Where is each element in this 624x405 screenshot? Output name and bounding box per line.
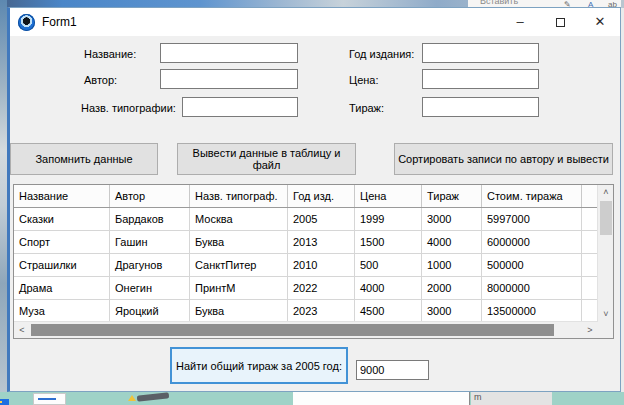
table-cell[interactable]: 1500 <box>355 231 422 254</box>
table-cell[interactable] <box>582 300 597 323</box>
total-circulation-field[interactable] <box>356 360 429 380</box>
author-field[interactable] <box>160 69 298 89</box>
table-row[interactable]: СпортГашинБуква2013150040006000000 <box>14 231 613 254</box>
vertical-scroll-thumb[interactable] <box>600 201 612 235</box>
scroll-down-icon[interactable]: ˅ <box>598 307 614 322</box>
column-header[interactable]: Год изд. <box>288 185 355 207</box>
table-cell[interactable]: 2005 <box>288 208 355 231</box>
table-cell[interactable]: 500000 <box>482 254 582 277</box>
label-price: Цена: <box>349 74 379 86</box>
price-field[interactable] <box>422 69 539 89</box>
label-author: Автор: <box>84 74 117 86</box>
close-button[interactable]: ✕ <box>580 8 620 36</box>
table-cell[interactable]: 2010 <box>288 254 355 277</box>
table-cell[interactable]: Москва <box>190 208 288 231</box>
table-cell[interactable]: 3000 <box>422 208 482 231</box>
background-panel-text: m <box>474 392 482 402</box>
table-cell[interactable]: 6000000 <box>482 231 582 254</box>
table-cell[interactable]: 1999 <box>355 208 422 231</box>
minimize-button[interactable]: – <box>500 8 540 36</box>
background-panel: m <box>471 392 552 405</box>
table-cell[interactable]: 5997000 <box>482 208 582 231</box>
table-cell[interactable]: Сказки <box>14 208 110 231</box>
scroll-up-icon[interactable]: ˄ <box>598 185 614 200</box>
background-document-edge <box>293 392 470 405</box>
table-cell[interactable]: Страшилки <box>14 254 110 277</box>
desktop-wallpaper-left <box>0 0 7 394</box>
output-to-table-button[interactable]: Вывести данные в таблицу и файл <box>177 143 356 175</box>
column-header[interactable] <box>582 185 597 207</box>
table-cell[interactable]: Спорт <box>14 231 110 254</box>
column-header[interactable]: Название <box>14 185 110 207</box>
table-cell[interactable]: Бардаков <box>110 208 190 231</box>
sort-by-author-button[interactable]: Сортировать записи по автору и вывести <box>394 143 613 175</box>
desktop-icon-dot <box>0 401 2 403</box>
table-cell[interactable]: 2023 <box>288 300 355 323</box>
table-cell[interactable]: 1000 <box>422 254 482 277</box>
table-cell[interactable] <box>582 254 597 277</box>
close-icon: ✕ <box>595 14 606 29</box>
table-cell[interactable] <box>582 231 597 254</box>
desktop: Вставить ✎ A ab m Form1 – ✕ Название: Ав… <box>0 0 624 405</box>
table-cell[interactable]: 2000 <box>422 277 482 300</box>
titlebar[interactable]: Form1 – ✕ <box>10 8 620 36</box>
label-year: Год издания: <box>349 48 414 60</box>
table-cell[interactable]: Драгунов <box>110 254 190 277</box>
table-cell[interactable]: 8000000 <box>482 277 582 300</box>
scroll-left-icon[interactable]: ˂ <box>14 322 30 338</box>
warning-triangle-icon <box>128 395 136 401</box>
table-cell[interactable]: Драма <box>14 277 110 300</box>
table-cell[interactable]: Буква <box>190 300 288 323</box>
horizontal-scrollbar[interactable]: ˂ ˃ <box>14 321 598 338</box>
table-cell[interactable]: Яроцкий <box>110 300 190 323</box>
table-row[interactable]: СказкиБардаковМосква2005199930005997000 <box>14 208 613 231</box>
table-row[interactable]: СтрашилкиДрагуновСанктПитер2010500100050… <box>14 254 613 277</box>
maximize-button[interactable] <box>540 8 580 36</box>
maximize-icon <box>556 18 565 27</box>
table-row[interactable]: МузаЯроцкийБуква20234500300013500000 <box>14 300 613 323</box>
background-mini-window <box>33 393 66 405</box>
printing-house-field[interactable] <box>182 97 298 117</box>
table-cell[interactable]: ПринтМ <box>190 277 288 300</box>
paw-app-icon <box>18 14 35 31</box>
desktop-icon-fragment <box>0 399 9 405</box>
table-cell[interactable]: 13500000 <box>482 300 582 323</box>
find-total-circulation-button[interactable]: Найти общий тираж за 2005 год: <box>170 347 348 384</box>
table-cell[interactable]: 4000 <box>422 231 482 254</box>
table-cell[interactable]: 4500 <box>355 300 422 323</box>
background-smudge <box>137 392 169 401</box>
column-header[interactable]: Автор <box>110 185 190 207</box>
table-cell[interactable]: Онегин <box>110 277 190 300</box>
year-field[interactable] <box>422 43 539 63</box>
table-cell[interactable]: 4000 <box>355 277 422 300</box>
table-cell[interactable]: 2013 <box>288 231 355 254</box>
label-title: Название: <box>84 48 136 60</box>
window-title: Form1 <box>42 15 77 29</box>
table-cell[interactable]: 2022 <box>288 277 355 300</box>
table-cell[interactable]: 500 <box>355 254 422 277</box>
mini-window-titlebar <box>38 398 56 400</box>
scrollbar-corner <box>598 321 613 338</box>
column-header[interactable]: Цена <box>355 185 422 207</box>
column-header[interactable]: Стоим. тиража <box>482 185 582 207</box>
table-cell[interactable] <box>582 277 597 300</box>
column-header[interactable]: Тираж <box>422 185 482 207</box>
table-row[interactable]: ДрамаОнегинПринтМ2022400020008000000 <box>14 277 613 300</box>
remember-data-button[interactable]: Запомнить данные <box>10 143 158 175</box>
minimize-icon: – <box>516 14 523 29</box>
table-cell[interactable]: Гашин <box>110 231 190 254</box>
horizontal-scroll-thumb[interactable] <box>31 324 554 336</box>
table-cell[interactable]: 3000 <box>422 300 482 323</box>
books-table-body: СказкиБардаковМосква2005199930005997000С… <box>14 208 613 323</box>
circulation-field[interactable] <box>422 97 539 117</box>
table-cell[interactable]: Муза <box>14 300 110 323</box>
title-field[interactable] <box>160 43 298 63</box>
table-cell[interactable]: СанктПитер <box>190 254 288 277</box>
table-cell[interactable] <box>582 208 597 231</box>
ribbon-paste-label: Вставить <box>480 0 518 6</box>
table-cell[interactable]: Буква <box>190 231 288 254</box>
label-circulation: Тираж: <box>349 102 384 114</box>
scroll-right-icon[interactable]: ˃ <box>582 322 598 338</box>
vertical-scrollbar[interactable]: ˄ ˅ <box>597 185 613 322</box>
column-header[interactable]: Назв. типограф. <box>190 185 288 207</box>
